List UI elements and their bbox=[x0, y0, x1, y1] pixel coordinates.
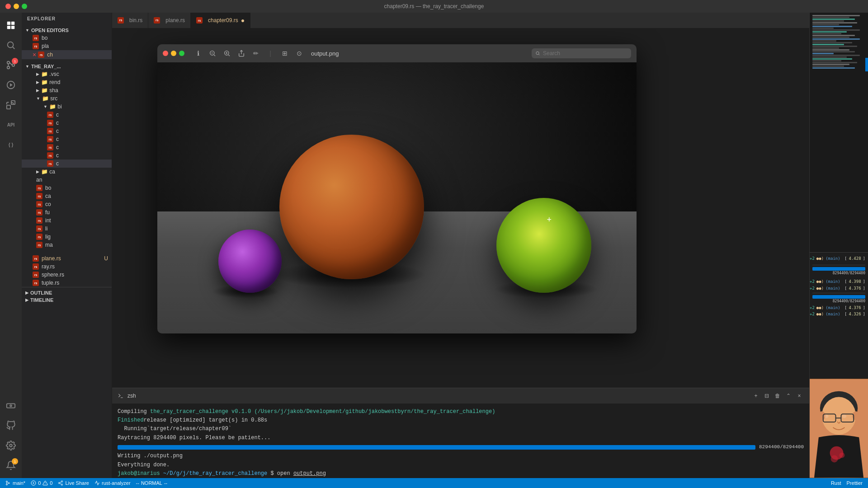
activity-search[interactable] bbox=[2, 36, 20, 54]
viewer-zoom-out-button[interactable] bbox=[206, 48, 219, 59]
viewer-titlebar: ℹ ✏ | ⊞ bbox=[157, 44, 637, 62]
status-live-share[interactable]: Live Share bbox=[58, 480, 89, 486]
viewer-search bbox=[532, 48, 631, 58]
folder-src[interactable]: ▼ 📁 src bbox=[22, 94, 112, 103]
viewer-content: + bbox=[157, 62, 637, 333]
file-c6[interactable]: rsc bbox=[22, 151, 112, 160]
folder-render[interactable]: ▶ 📁 rend bbox=[22, 78, 112, 86]
status-mode[interactable]: -- NORMAL -- bbox=[136, 480, 168, 486]
folder-bin[interactable]: ▼ 📁 bi bbox=[22, 103, 112, 111]
activity-git[interactable] bbox=[2, 417, 20, 435]
viewer-slideshow-button[interactable]: ⊙ bbox=[293, 48, 306, 59]
viewer-search-input[interactable] bbox=[543, 50, 627, 56]
activity-settings[interactable] bbox=[2, 436, 20, 455]
file-camera-rs[interactable]: rsca bbox=[22, 192, 112, 200]
close-icon[interactable]: × bbox=[33, 51, 36, 58]
outline-header[interactable]: ▶ OUTLINE bbox=[22, 289, 112, 296]
file-c3[interactable]: rsc bbox=[22, 127, 112, 135]
status-errors[interactable]: 0 0 bbox=[31, 480, 52, 486]
file-c5[interactable]: rsc bbox=[22, 143, 112, 151]
file-tuple-rs[interactable]: rstuple.rs bbox=[22, 279, 112, 287]
file-color[interactable]: rsfu bbox=[22, 208, 112, 216]
activity-extensions[interactable] bbox=[2, 96, 20, 114]
file-c4[interactable]: rsc bbox=[22, 135, 112, 143]
terminal-split-button[interactable]: ⊟ bbox=[762, 391, 771, 400]
progress-fill bbox=[118, 445, 755, 450]
file-c7[interactable]: rsc bbox=[22, 160, 112, 168]
activity-api[interactable]: API bbox=[2, 116, 20, 134]
terminal-trash-button[interactable]: 🗑 bbox=[773, 391, 782, 400]
file-c1[interactable]: rsc bbox=[22, 111, 112, 119]
close-button[interactable] bbox=[5, 4, 11, 9]
file-fuzzing[interactable]: rsint bbox=[22, 216, 112, 225]
main-area: rs bin.rs rs plane.rs rs chapter09.rs ● bbox=[112, 13, 809, 478]
folder-animation[interactable]: an bbox=[22, 176, 112, 184]
maximize-button[interactable] bbox=[22, 4, 27, 9]
terminal-tab-label[interactable]: zsh bbox=[127, 393, 136, 399]
viewer-zoom-in-button[interactable] bbox=[221, 48, 233, 59]
viewer-share-button[interactable] bbox=[235, 48, 248, 59]
viewer-crop-button[interactable]: ⊞ bbox=[278, 48, 291, 59]
viewer-close-button[interactable] bbox=[163, 51, 168, 56]
viewer-maximize-button[interactable] bbox=[179, 51, 184, 56]
tab-chapter09[interactable]: rs chapter09.rs ● bbox=[191, 13, 250, 28]
activity-remote[interactable] bbox=[2, 397, 20, 415]
status-prettier[interactable]: Prettier bbox=[847, 480, 863, 486]
folder-shaders[interactable]: ▶ 📁 sha bbox=[22, 86, 112, 94]
svg-point-7 bbox=[7, 66, 10, 69]
viewer-filename: output.png bbox=[311, 50, 339, 57]
activity-run[interactable] bbox=[2, 76, 20, 94]
viewer-minimize-button[interactable] bbox=[171, 51, 176, 56]
svg-point-6 bbox=[7, 61, 10, 64]
minimap-scroll-indicator bbox=[865, 58, 868, 71]
file-canvas[interactable]: rsco bbox=[22, 200, 112, 208]
terminal-add-button[interactable]: + bbox=[751, 391, 760, 400]
folder-camera[interactable]: ▶ 📁 ca bbox=[22, 168, 112, 176]
project-header[interactable]: ▼ THE_RAY_... bbox=[22, 63, 112, 70]
project-section: ▼ THE_RAY_... ▶ 📁 .vsc ▶ 📁 rend ▶ 📁 sha … bbox=[22, 61, 112, 251]
progress-label: 8294400/8294400 bbox=[759, 443, 804, 451]
activity-notifications[interactable]: 1 bbox=[2, 456, 20, 474]
folder-vscode[interactable]: ▶ 📁 .vsc bbox=[22, 70, 112, 78]
svg-line-51 bbox=[60, 483, 61, 484]
open-file-chapter09[interactable]: × rs ch bbox=[22, 50, 112, 59]
viewer-edit-button[interactable]: ✏ bbox=[250, 48, 262, 59]
right-progress-2 bbox=[812, 295, 865, 299]
open-editors-header[interactable]: ▼ OPEN EDITORS bbox=[22, 27, 112, 34]
minimize-button[interactable] bbox=[14, 4, 19, 9]
svg-line-21 bbox=[228, 55, 230, 56]
svg-point-41 bbox=[6, 481, 8, 483]
open-file-plane[interactable]: rs pla bbox=[22, 42, 112, 50]
tab-close-icon[interactable]: ● bbox=[241, 17, 245, 24]
file-lighting[interactable]: rslig bbox=[22, 233, 112, 241]
project-chevron: ▼ bbox=[25, 64, 29, 69]
sphere-purple bbox=[218, 230, 282, 293]
file-lib[interactable]: rsli bbox=[22, 225, 112, 233]
file-sphere-rs[interactable]: rssphere.rs bbox=[22, 271, 112, 279]
svg-point-37 bbox=[842, 414, 846, 418]
open-file-bin[interactable]: rs bo bbox=[22, 34, 112, 42]
file-bounds[interactable]: rsbo bbox=[22, 184, 112, 192]
file-ray-rs[interactable]: rsray.rs bbox=[22, 263, 112, 271]
viewer-info-button[interactable]: ℹ bbox=[192, 48, 204, 59]
editor-area: ℹ ✏ | ⊞ bbox=[112, 28, 809, 478]
terminal-close-button[interactable]: × bbox=[795, 391, 804, 400]
right-progress-1 bbox=[812, 267, 865, 271]
status-rust-analyzer[interactable]: rust-analyzer bbox=[94, 480, 131, 486]
tab-bin[interactable]: rs bin.rs bbox=[112, 13, 148, 28]
terminal-header: zsh + ⊟ 🗑 ⌃ × bbox=[112, 388, 809, 404]
activity-explorer[interactable] bbox=[2, 16, 20, 34]
terminal-expand-button[interactable]: ⌃ bbox=[784, 391, 793, 400]
status-left: main* 0 0 Live Share rust-analyzer -- NO… bbox=[5, 480, 167, 486]
activity-json[interactable]: { } bbox=[2, 136, 20, 154]
file-plane-rs[interactable]: rs plane.rs U bbox=[22, 254, 112, 263]
status-branch[interactable]: main* bbox=[5, 480, 25, 486]
tab-plane[interactable]: rs plane.rs bbox=[148, 13, 191, 28]
timeline-header[interactable]: ▶ TIMELINE bbox=[22, 296, 112, 304]
status-language[interactable]: Rust bbox=[831, 480, 841, 486]
activity-source-control[interactable]: 1 bbox=[2, 56, 20, 74]
file-c2[interactable]: rsc bbox=[22, 119, 112, 127]
traffic-lights bbox=[5, 4, 27, 9]
3d-scene: + bbox=[157, 62, 637, 333]
file-material[interactable]: rsma bbox=[22, 241, 112, 249]
